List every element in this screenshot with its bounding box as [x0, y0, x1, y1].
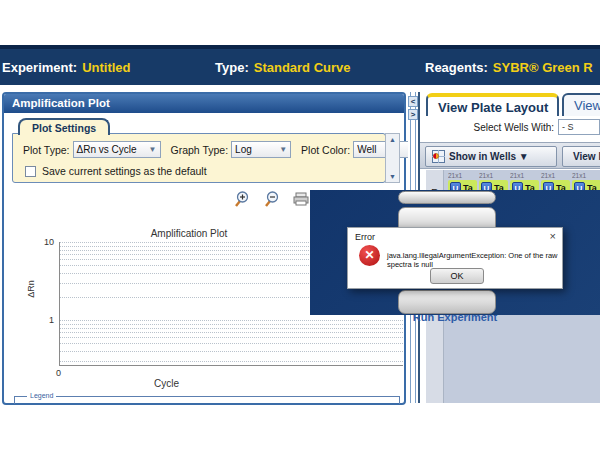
well-sample-label: 21x1 [572, 172, 600, 179]
x-axis-line [59, 365, 403, 366]
reagents-value: SYBR® Green R [493, 60, 593, 75]
chevron-down-icon: ▼ [149, 145, 157, 154]
settings-scrollbar[interactable]: ▲ ▼ [385, 133, 400, 183]
y-tick-1: 1 [34, 315, 54, 325]
zoom-in-icon[interactable] [232, 190, 250, 208]
plot-settings-group: Plot Type: ΔRn vs Cycle▼ Graph Type: Log… [12, 133, 386, 183]
well-sample-label: 21x1 [479, 172, 508, 179]
select-wells-label: Select Wells With: [474, 122, 554, 133]
scroll-down-icon[interactable]: ▼ [386, 173, 399, 180]
experiment-title-bar: Experiment:Untitled Type:Standard Curve … [0, 45, 600, 85]
chevron-down-icon: ▼ [279, 145, 287, 154]
show-in-wells-button[interactable]: Show in Wells ▼ [425, 146, 557, 167]
error-message: java.lang.IllegalArgumentException: One … [387, 251, 559, 269]
plate-toolbar: Show in Wells ▼ View L [420, 142, 600, 169]
x-axis-label: Cycle [154, 378, 179, 389]
gridline [60, 343, 403, 344]
chart-title: Amplification Plot [64, 228, 314, 239]
y-axis-label: ΔRn [26, 280, 36, 298]
save-default-row: Save current settings as the default [25, 165, 207, 177]
gridline [60, 324, 403, 325]
panel-title: Amplification Plot [4, 94, 404, 113]
type-value: Standard Curve [254, 60, 351, 75]
save-default-label: Save current settings as the default [42, 165, 207, 177]
error-dialog: Error × ✕ java.lang.IllegalArgumentExcep… [347, 227, 563, 289]
tab-view-well-table[interactable]: View [562, 93, 600, 116]
tab-view-plate-layout[interactable]: View Plate Layout [426, 93, 559, 116]
plot-toolbar [232, 190, 310, 208]
reagents-label: Reagents: [425, 60, 488, 75]
zoom-out-icon[interactable] [262, 190, 280, 208]
type-field: Type:Standard Curve [215, 60, 351, 75]
y-axis-line [59, 242, 60, 365]
close-icon[interactable]: × [550, 230, 556, 242]
plot-type-label: Plot Type: [23, 144, 70, 156]
type-label: Type: [215, 60, 249, 75]
experiment-value: Untitled [82, 60, 130, 75]
experiment-field: Experiment:Untitled [2, 60, 131, 75]
experiment-label: Experiment: [2, 60, 77, 75]
graph-type-select[interactable]: Log▼ [231, 141, 291, 158]
view-legend-button[interactable]: View L [562, 146, 600, 167]
plot-type-select[interactable]: ΔRn vs Cycle▼ [73, 141, 161, 158]
select-wells-dropdown[interactable]: - S [558, 119, 600, 135]
run-experiment-button[interactable] [398, 290, 496, 314]
printer-icon[interactable] [292, 190, 310, 208]
gridline [60, 361, 403, 362]
legend-label: Legend [27, 392, 56, 399]
scroll-up-icon[interactable]: ▲ [386, 136, 399, 143]
dialog-title: Error [355, 232, 375, 242]
ok-button[interactable]: OK [430, 268, 484, 284]
error-icon: ✕ [359, 245, 380, 266]
tab-plot-settings[interactable]: Plot Settings [18, 118, 110, 135]
reagents-field: Reagents:SYBR® Green R [425, 60, 593, 75]
gridline [60, 332, 403, 333]
qpcr-application-window: Experiment:Untitled Type:Standard Curve … [0, 0, 600, 450]
collapse-right-button[interactable]: > [408, 109, 418, 120]
show-in-wells-icon [432, 150, 445, 163]
gridline [60, 328, 403, 329]
plot-color-label: Plot Color: [301, 144, 350, 156]
well-sample-label: 21x1 [448, 172, 477, 179]
legend-fieldset: Legend [14, 396, 400, 404]
well-sample-label: 21x1 [541, 172, 570, 179]
x-tick-0: 0 [56, 368, 61, 378]
graph-type-label: Graph Type: [171, 144, 229, 156]
collapse-left-button[interactable]: < [408, 96, 418, 107]
gridline [60, 337, 403, 338]
well-sample-label: 21x1 [510, 172, 539, 179]
run-panel-button[interactable] [398, 191, 496, 204]
plot-settings-row: Plot Type: ΔRn vs Cycle▼ Graph Type: Log… [23, 141, 429, 158]
y-tick-10: 10 [34, 237, 54, 247]
gridline [60, 351, 403, 352]
save-default-checkbox[interactable] [25, 166, 36, 177]
